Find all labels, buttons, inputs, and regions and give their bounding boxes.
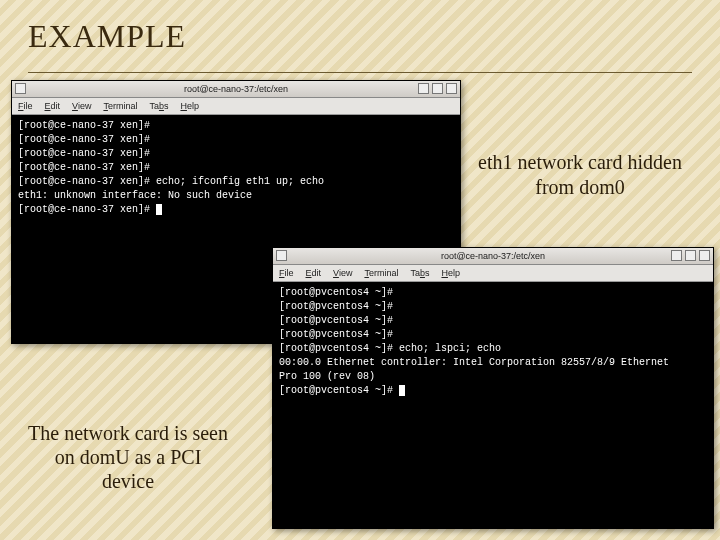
- terminal-line: [root@pvcentos4 ~]#: [279, 286, 707, 300]
- menu-tabs[interactable]: Tabs: [149, 101, 168, 111]
- terminal-line: [root@ce-nano-37 xen]# echo; ifconfig et…: [18, 175, 454, 189]
- menu-terminal[interactable]: Terminal: [103, 101, 137, 111]
- close-icon[interactable]: [699, 250, 710, 261]
- callout-domu-pci: The network card is seen on domU as a PC…: [28, 421, 228, 493]
- terminal-line: [root@ce-nano-37 xen]#: [18, 203, 454, 217]
- cursor-icon: [399, 385, 405, 396]
- terminal-line: [root@pvcentos4 ~]#: [279, 328, 707, 342]
- terminal-line: [root@pvcentos4 ~]# echo; lspci; echo: [279, 342, 707, 356]
- menu-edit[interactable]: Edit: [45, 101, 61, 111]
- terminal-line: [root@pvcentos4 ~]#: [279, 384, 707, 398]
- window-menu-icon[interactable]: [276, 250, 287, 261]
- terminal-line: [root@ce-nano-37 xen]#: [18, 147, 454, 161]
- titlebar[interactable]: root@ce-nano-37:/etc/xen: [12, 81, 460, 98]
- menu-help[interactable]: Help: [441, 268, 460, 278]
- menu-help[interactable]: Help: [180, 101, 199, 111]
- menu-file[interactable]: File: [18, 101, 33, 111]
- window-title: root@ce-nano-37:/etc/xen: [184, 84, 288, 94]
- terminal-window-domu[interactable]: root@ce-nano-37:/etc/xen File Edit View …: [272, 247, 714, 529]
- menu-edit[interactable]: Edit: [306, 268, 322, 278]
- terminal-line: [root@ce-nano-37 xen]#: [18, 119, 454, 133]
- window-menu-icon[interactable]: [15, 83, 26, 94]
- terminal-line: 00:00.0 Ethernet controller: Intel Corpo…: [279, 356, 707, 370]
- cursor-icon: [156, 204, 162, 215]
- terminal-line: Pro 100 (rev 08): [279, 370, 707, 384]
- titlebar[interactable]: root@ce-nano-37:/etc/xen: [273, 248, 713, 265]
- terminal-line: eth1: unknown interface: No such device: [18, 189, 454, 203]
- terminal-line: [root@ce-nano-37 xen]#: [18, 161, 454, 175]
- callout-eth1-hidden: eth1 network card hidden from dom0: [470, 150, 690, 200]
- menu-tabs[interactable]: Tabs: [410, 268, 429, 278]
- slide-title: EXAMPLE: [28, 18, 186, 55]
- terminal-output[interactable]: [root@pvcentos4 ~]#[root@pvcentos4 ~]#[r…: [273, 282, 713, 528]
- menu-view[interactable]: View: [72, 101, 91, 111]
- maximize-icon[interactable]: [432, 83, 443, 94]
- minimize-icon[interactable]: [671, 250, 682, 261]
- title-underline: [28, 72, 692, 73]
- maximize-icon[interactable]: [685, 250, 696, 261]
- terminal-line: [root@pvcentos4 ~]#: [279, 314, 707, 328]
- minimize-icon[interactable]: [418, 83, 429, 94]
- close-icon[interactable]: [446, 83, 457, 94]
- terminal-line: [root@pvcentos4 ~]#: [279, 300, 707, 314]
- menu-view[interactable]: View: [333, 268, 352, 278]
- menu-terminal[interactable]: Terminal: [364, 268, 398, 278]
- menubar[interactable]: File Edit View Terminal Tabs Help: [12, 98, 460, 115]
- window-title: root@ce-nano-37:/etc/xen: [441, 251, 545, 261]
- menubar[interactable]: File Edit View Terminal Tabs Help: [273, 265, 713, 282]
- menu-file[interactable]: File: [279, 268, 294, 278]
- terminal-line: [root@ce-nano-37 xen]#: [18, 133, 454, 147]
